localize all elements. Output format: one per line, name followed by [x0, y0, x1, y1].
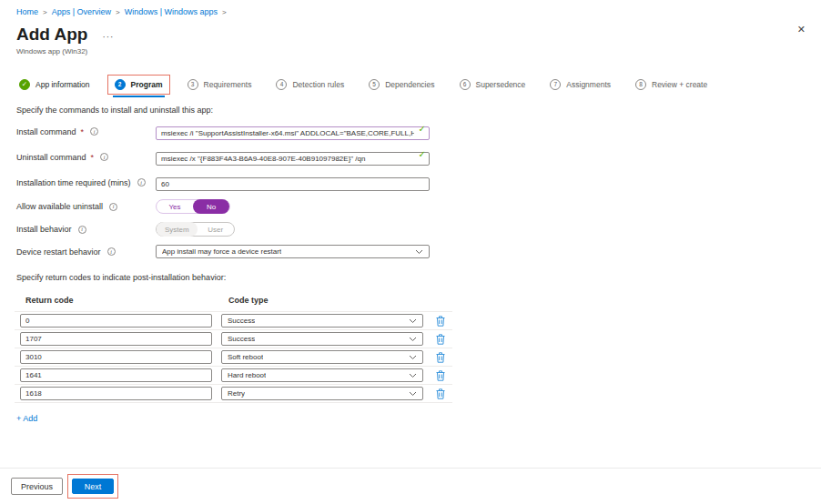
step-number-icon: ✓	[19, 79, 30, 90]
info-icon[interactable]: i	[107, 247, 116, 256]
add-return-code-link[interactable]: + Add	[16, 414, 37, 423]
install-time-label: Installation time required (mins) i	[16, 178, 156, 187]
delete-row-button[interactable]	[436, 316, 445, 327]
code-type-column-header: Code type	[228, 296, 269, 305]
dropdown-value: Hard reboot	[228, 371, 266, 379]
step-label: Supersedence	[476, 80, 526, 89]
step-number-icon: 7	[550, 79, 561, 90]
install-behavior-toggle: System User	[156, 222, 235, 237]
wizard-step-review-create[interactable]: 8 Review + create	[629, 76, 714, 94]
toggle-option-no[interactable]: No	[193, 199, 229, 214]
step-label: Dependencies	[385, 80, 434, 89]
dropdown-value: Success	[228, 335, 255, 343]
more-options-icon[interactable]: ···	[102, 32, 114, 42]
code-type-dropdown[interactable]: Hard reboot	[221, 368, 423, 382]
breadcrumb-windows-apps[interactable]: Windows | Windows apps	[125, 7, 218, 16]
wizard-steps: ✓ App information 2 Program 3 Requiremen…	[13, 76, 821, 94]
code-type-dropdown[interactable]: Success	[221, 332, 423, 346]
return-code-row: Success	[15, 312, 452, 330]
return-code-input[interactable]	[20, 314, 212, 328]
close-icon[interactable]: ✕	[797, 24, 806, 35]
uninstall-command-label: Uninstall command* i	[16, 153, 156, 162]
breadcrumb-apps-overview[interactable]: Apps | Overview	[52, 7, 111, 16]
step-number-icon: 4	[276, 79, 287, 90]
dropdown-value: App install may force a device restart	[162, 247, 281, 256]
next-button-annotation-box: Next	[67, 474, 118, 499]
allow-available-uninstall-label: Allow available uninstall i	[16, 202, 156, 211]
chevron-down-icon	[409, 337, 417, 342]
step-label: Assignments	[566, 80, 611, 89]
device-restart-behavior-label: Device restart behavior i	[16, 247, 156, 257]
install-command-input[interactable]	[156, 126, 430, 140]
wizard-footer: Previous Next	[0, 468, 821, 504]
info-icon[interactable]: i	[90, 127, 98, 136]
code-type-dropdown[interactable]: Success	[221, 314, 423, 328]
return-code-input[interactable]	[20, 387, 212, 400]
dropdown-value: Soft reboot	[228, 353, 263, 361]
uninstall-command-input[interactable]	[156, 152, 430, 166]
delete-row-button[interactable]	[436, 352, 445, 363]
previous-button[interactable]: Previous	[11, 478, 63, 495]
valid-check-icon: ✓	[419, 149, 426, 159]
code-type-dropdown[interactable]: Soft reboot	[221, 350, 423, 364]
step-number-icon: 2	[115, 79, 126, 90]
step-number-icon: 8	[635, 79, 646, 90]
dropdown-value: Retry	[228, 389, 245, 398]
delete-row-button[interactable]	[436, 370, 445, 381]
chevron-down-icon	[409, 355, 417, 360]
trash-icon	[436, 388, 445, 399]
required-asterisk: *	[81, 127, 85, 136]
step-label: Detection rules	[292, 80, 344, 89]
breadcrumb-home[interactable]: Home	[16, 7, 38, 16]
return-code-column-header: Return code	[25, 296, 228, 305]
wizard-step-program[interactable]: 2 Program	[108, 76, 169, 94]
step-label: Program	[131, 80, 163, 89]
valid-check-icon: ✓	[419, 124, 426, 134]
chevron-down-icon	[409, 318, 417, 324]
delete-row-button[interactable]	[436, 334, 445, 345]
toggle-option-user: User	[198, 222, 234, 237]
chevron-down-icon	[409, 391, 417, 397]
install-time-input[interactable]	[156, 177, 430, 191]
return-code-input[interactable]	[20, 350, 212, 364]
trash-icon	[436, 316, 445, 327]
breadcrumb-separator: >	[116, 8, 120, 16]
return-codes-intro-text: Specify return codes to indicate post-in…	[16, 273, 821, 282]
wizard-step-app-information[interactable]: ✓ App information	[13, 76, 96, 94]
chevron-down-icon	[409, 373, 417, 378]
info-icon[interactable]: i	[100, 153, 108, 161]
wizard-step-detection-rules[interactable]: 4 Detection rules	[269, 76, 350, 94]
wizard-step-requirements[interactable]: 3 Requirements	[181, 76, 258, 94]
return-code-row: Hard reboot	[15, 367, 452, 385]
breadcrumb-separator: >	[43, 8, 47, 16]
step-label: Requirements	[204, 80, 252, 89]
chevron-down-icon	[415, 249, 423, 255]
wizard-step-supersedence[interactable]: 6 Supersedence	[453, 76, 532, 94]
info-icon[interactable]: i	[78, 226, 86, 234]
delete-row-button[interactable]	[436, 388, 445, 399]
allow-available-uninstall-toggle: Yes No	[156, 199, 230, 214]
device-restart-behavior-dropdown[interactable]: App install may force a device restart	[156, 245, 430, 258]
page-subtitle: Windows app (Win32)	[16, 47, 821, 55]
toggle-option-yes[interactable]: Yes	[157, 199, 193, 214]
install-behavior-label: Install behavior i	[16, 225, 156, 234]
next-button[interactable]: Next	[72, 479, 114, 494]
return-code-input[interactable]	[20, 368, 212, 382]
info-icon[interactable]: i	[109, 203, 117, 211]
install-command-label: Install command* i	[16, 127, 156, 136]
return-code-row: Success	[15, 330, 452, 348]
return-codes-table: Return code Code type Success Success	[15, 296, 452, 403]
return-code-row: Retry	[15, 385, 452, 403]
step-label: Review + create	[652, 80, 707, 89]
step-number-icon: 5	[369, 79, 380, 90]
wizard-step-dependencies[interactable]: 5 Dependencies	[362, 76, 441, 94]
trash-icon	[436, 334, 445, 345]
trash-icon	[436, 370, 445, 381]
code-type-dropdown[interactable]: Retry	[221, 387, 423, 400]
trash-icon	[436, 352, 445, 363]
wizard-step-assignments[interactable]: 7 Assignments	[543, 76, 617, 94]
return-code-input[interactable]	[20, 332, 212, 346]
toggle-option-system: System	[157, 222, 198, 237]
step-number-icon: 3	[188, 79, 198, 90]
info-icon[interactable]: i	[137, 178, 146, 186]
